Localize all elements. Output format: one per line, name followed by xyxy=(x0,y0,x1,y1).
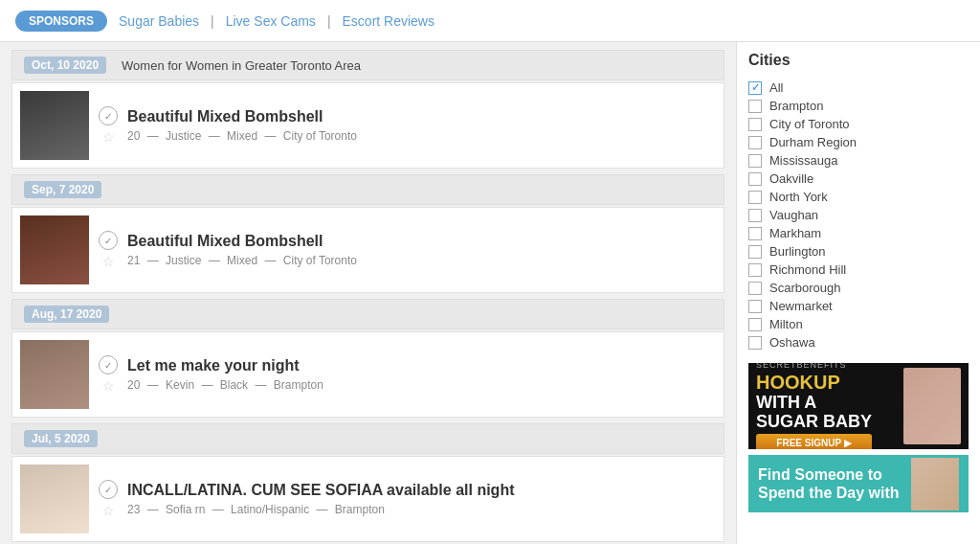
listing-icons-0: ✓ ☆ xyxy=(99,106,118,145)
hookup-ad-banner[interactable]: SECRETBENEFITS HOOKUP WITH A SUGAR BABY … xyxy=(748,363,969,449)
hookup-line3: SUGAR BABY xyxy=(756,412,872,431)
hookup-ad[interactable]: SECRETBENEFITS HOOKUP WITH A SUGAR BABY … xyxy=(748,363,969,449)
city-checkbox-2[interactable] xyxy=(748,118,762,131)
listing-title-3[interactable]: INCALL/LATINA. CUM SEE SOFIAA available … xyxy=(127,482,716,499)
city-label-0: All xyxy=(769,80,783,95)
city-item-1[interactable]: Brampton xyxy=(748,97,969,115)
find-ad-text: Find Someone to Spend the Day with xyxy=(758,465,900,502)
city-checkbox-3[interactable] xyxy=(748,136,762,149)
city-label-1: Brampton xyxy=(769,99,823,113)
verified-icon-0: ✓ xyxy=(99,106,118,125)
city-item-8[interactable]: Markham xyxy=(748,224,969,242)
nav-separator-1: | xyxy=(211,13,214,29)
city-checkbox-7[interactable] xyxy=(748,209,762,222)
listing-title-0[interactable]: Beautiful Mixed Bombshell xyxy=(127,108,716,125)
listing-thumb-2 xyxy=(20,340,89,409)
verified-icon-3: ✓ xyxy=(99,480,118,499)
sponsors-button[interactable]: SPONSORS xyxy=(15,11,107,32)
find-line1: Find Someone to xyxy=(758,466,882,483)
find-ad[interactable]: Find Someone to Spend the Day with xyxy=(748,455,969,512)
city-label-2: City of Toronto xyxy=(769,117,850,131)
date-label-1: Sep, 7 2020 xyxy=(24,181,101,198)
main-layout: Oct, 10 2020 Women for Women in Greater … xyxy=(0,42,980,544)
city-item-11[interactable]: Scarborough xyxy=(748,279,969,297)
listing-meta-3: 23 — Sofia rn — Latino/Hispanic — Brampt… xyxy=(127,503,716,516)
city-list: AllBramptonCity of TorontoDurham RegionM… xyxy=(748,79,969,351)
city-checkbox-12[interactable] xyxy=(748,300,762,313)
city-label-12: Newmarket xyxy=(769,299,833,313)
find-ad-image xyxy=(911,458,959,510)
city-item-9[interactable]: Burlington xyxy=(748,242,969,261)
city-checkbox-6[interactable] xyxy=(748,191,762,204)
city-item-0[interactable]: All xyxy=(748,79,969,97)
city-item-12[interactable]: Newmarket xyxy=(748,297,969,315)
thumb-image-3 xyxy=(20,465,89,533)
listing-card-1[interactable]: ✓ ☆ Beautiful Mixed Bombshell 21 — Justi… xyxy=(11,207,724,293)
city-item-5[interactable]: Oakville xyxy=(748,170,969,188)
header: SPONSORS Sugar Babies | Live Sex Cams | … xyxy=(0,0,980,42)
star-icon-1: ☆ xyxy=(102,254,115,269)
cities-title: Cities xyxy=(748,52,969,69)
city-label-14: Oshawa xyxy=(769,335,815,350)
city-label-10: Richmond Hill xyxy=(769,262,846,277)
city-item-10[interactable]: Richmond Hill xyxy=(748,261,969,279)
star-icon-2: ☆ xyxy=(102,378,115,394)
listing-info-1: Beautiful Mixed Bombshell 21 — Justice —… xyxy=(127,233,716,267)
thumb-image-1 xyxy=(20,215,89,284)
city-label-7: Vaughan xyxy=(769,208,818,222)
content-area: Oct, 10 2020 Women for Women in Greater … xyxy=(0,42,736,544)
thumb-image-2 xyxy=(20,340,89,409)
city-label-3: Durham Region xyxy=(769,135,857,149)
city-checkbox-8[interactable] xyxy=(748,227,762,240)
date-group-3: Jul, 5 2020 xyxy=(11,423,724,454)
listing-icons-1: ✓ ☆ xyxy=(99,231,118,269)
city-checkbox-0[interactable] xyxy=(748,81,762,95)
date-label-3: Jul, 5 2020 xyxy=(24,430,98,447)
nav-live-sex-cams[interactable]: Live Sex Cams xyxy=(226,13,316,29)
verified-icon-1: ✓ xyxy=(99,231,118,250)
city-checkbox-4[interactable] xyxy=(748,154,762,168)
city-item-3[interactable]: Durham Region xyxy=(748,133,969,151)
listing-thumb-3 xyxy=(20,465,89,533)
hookup-site-name: SECRETBENEFITS xyxy=(756,363,872,370)
city-item-7[interactable]: Vaughan xyxy=(748,206,969,224)
hookup-ad-left: SECRETBENEFITS HOOKUP WITH A SUGAR BABY … xyxy=(756,363,872,449)
city-label-11: Scarborough xyxy=(769,281,840,295)
city-checkbox-9[interactable] xyxy=(748,245,762,259)
nav-escort-reviews[interactable]: Escort Reviews xyxy=(343,13,434,29)
city-checkbox-10[interactable] xyxy=(748,263,762,277)
city-checkbox-13[interactable] xyxy=(748,318,762,331)
listing-title-1[interactable]: Beautiful Mixed Bombshell xyxy=(127,233,716,250)
listing-card-0[interactable]: ✓ ☆ Beautiful Mixed Bombshell 20 — Justi… xyxy=(11,82,724,169)
city-item-2[interactable]: City of Toronto xyxy=(748,115,969,133)
city-checkbox-5[interactable] xyxy=(748,172,762,186)
nav-sugar-babies[interactable]: Sugar Babies xyxy=(119,13,199,29)
city-label-9: Burlington xyxy=(769,244,826,259)
listing-meta-2: 20 — Kevin — Black — Brampton xyxy=(127,378,716,392)
thumb-image-0 xyxy=(20,91,89,160)
hookup-text: HOOKUP WITH A SUGAR BABY xyxy=(756,372,872,431)
listing-thumb-1 xyxy=(20,215,89,284)
listing-title-2[interactable]: Let me make your night xyxy=(127,357,716,374)
listing-meta-0: 20 — Justice — Mixed — City of Toronto xyxy=(127,129,716,143)
star-icon-3: ☆ xyxy=(102,503,115,518)
city-item-14[interactable]: Oshawa xyxy=(748,333,969,351)
city-item-6[interactable]: North York xyxy=(748,188,969,206)
date-label-2: Aug, 17 2020 xyxy=(24,306,109,323)
listing-card-2[interactable]: ✓ ☆ Let me make your night 20 — Kevin — … xyxy=(11,331,724,418)
city-label-5: Oakville xyxy=(769,171,813,186)
listing-card-3[interactable]: ✓ ☆ INCALL/LATINA. CUM SEE SOFIAA availa… xyxy=(11,456,724,542)
city-item-13[interactable]: Milton xyxy=(748,315,969,333)
city-checkbox-11[interactable] xyxy=(748,282,762,295)
listing-info-2: Let me make your night 20 — Kevin — Blac… xyxy=(127,357,716,392)
verified-icon-2: ✓ xyxy=(99,355,118,374)
listing-meta-1: 21 — Justice — Mixed — City of Toronto xyxy=(127,254,716,267)
hookup-signup-button[interactable]: FREE SIGNUP ▶ xyxy=(756,434,872,449)
nav-separator-2: | xyxy=(327,13,331,29)
date-group-0: Oct, 10 2020 Women for Women in Greater … xyxy=(11,50,724,80)
city-checkbox-14[interactable] xyxy=(748,336,762,350)
city-label-13: Milton xyxy=(769,317,803,331)
date-group-2: Aug, 17 2020 xyxy=(11,299,724,329)
city-item-4[interactable]: Mississauga xyxy=(748,151,969,170)
city-checkbox-1[interactable] xyxy=(748,100,762,113)
